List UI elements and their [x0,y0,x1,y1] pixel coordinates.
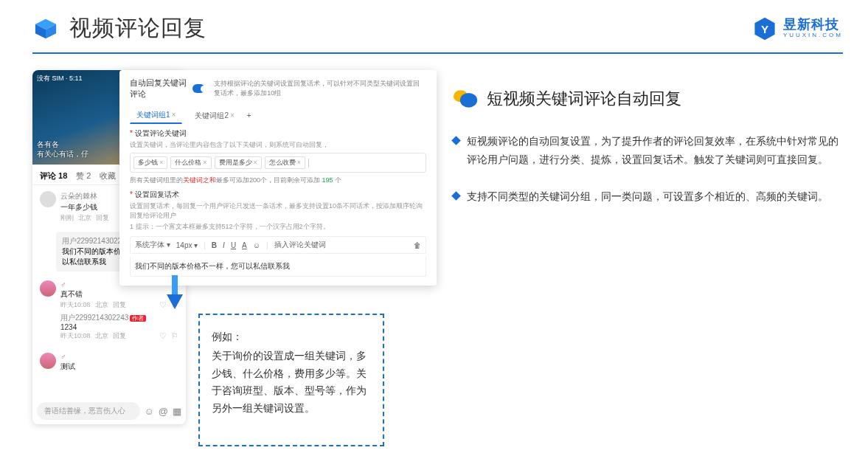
insert-keyword-button[interactable]: 插入评论关键词 [274,240,326,250]
reply-loc: 北京 [95,331,108,341]
keyword-tag-row[interactable]: 多少钱× 什么价格× 费用是多少× 怎么收费× [130,153,426,173]
video-caption-1: 各有各 [37,139,88,149]
bullet-icon [451,191,461,201]
emoji-icon[interactable]: ☺ [253,241,260,249]
bullet-text-2: 支持不同类型的关键词分组，同一类问题，可设置多个相近的、高频的关键词。 [467,187,828,206]
page-title: 视频评论回复 [69,13,206,44]
comment-input[interactable]: 善语结善缘，恶言伤人心 [37,402,140,420]
keyword-tag[interactable]: 多少钱× [133,156,167,169]
bullet-text-1: 短视频评论的自动回复设置，为了提升作者的评论回复效率，在系统中针对常见的评论用户… [467,132,843,168]
reply-reply-link[interactable]: 回复 [113,331,126,341]
image-icon[interactable]: ▦ [173,406,181,417]
font-family-select[interactable]: 系统字体 ▾ [135,240,170,250]
brand-name-cn: 昱新科技 [783,18,843,32]
cube-icon [32,18,59,40]
svg-point-8 [460,93,477,108]
example-title: 例如： [212,328,371,346]
reply-section-label: 设置回复话术 [130,190,426,200]
reply-username: 用户2299214302243 [60,314,128,322]
section-title: 短视频关键词评论自动回复 [487,88,681,110]
avatar [40,191,56,207]
arrow-down-icon [164,275,186,312]
comment-text: 真不错 [60,289,178,300]
author-badge: 作者 [130,315,146,322]
brand-block: Y 昱新科技 YUUXIN.COM [752,16,843,41]
font-size-select[interactable]: 14px ▾ [176,241,198,249]
phone-status: 没有 SIM · 5:11 [37,74,83,83]
svg-marker-6 [167,294,183,309]
comment-reply-link[interactable]: 回复 [96,213,109,223]
chat-bubble-icon [453,88,478,110]
config-panel: 自动回复关键词评论 支持根据评论的关键词设置回复话术，可以针对不同类型关键词设置… [119,70,437,286]
close-icon[interactable]: × [172,111,176,119]
comment-time: 刚刚 [60,213,74,223]
add-group-button[interactable]: + [247,111,251,120]
reply-text: 1234 [60,323,178,331]
keyword-section-label: 设置评论关键词 [130,128,426,139]
example-body: 关于询价的设置成一组关键词，多少钱、什么价格，费用多少等。关于咨询班型、版本、型… [212,348,371,418]
keyword-tag[interactable]: 怎么收费× [265,156,305,169]
keyword-tag[interactable]: 什么价格× [170,156,211,169]
panel-head-desc: 支持根据评论的关键词设置回复话术，可以针对不同类型关键词设置回复话术，最多添加1… [214,79,426,98]
dislike-icon[interactable]: ⚐ [171,331,178,341]
reply-time: 昨天10:08 [60,331,91,341]
comment-loc: 北京 [95,300,108,310]
comment-loc: 北京 [78,213,91,223]
reply-section-sub: 设置回复话术，每回复一个用户评论只发送一条话术，最多支持设置10条不同话术，按添… [130,201,426,221]
at-icon[interactable]: @ [159,406,168,417]
keyword-section-sub: 设置关键词，当评论里内容包含了以下关键词，则系统可自动回复， [130,140,426,150]
delete-icon[interactable]: 🗑 [414,241,421,249]
keyword-hint: 所有关键词组里的关键词之和最多可添加200个，目前剩余可添加 195 个 [130,176,426,185]
bold-icon[interactable]: B [212,241,217,249]
comment-text: 测试 [60,362,178,372]
italic-icon[interactable]: I [223,241,225,249]
avatar [40,353,56,369]
close-icon[interactable]: × [230,111,235,120]
video-caption-2: 有关心有话，仔 [37,149,88,159]
svg-rect-5 [172,275,178,296]
comment-row: ♂ 测试 [32,347,186,379]
tab-favs[interactable]: 收藏 [100,170,116,182]
keyword-tag[interactable]: 费用是多少× [215,156,262,169]
underline-icon[interactable]: U [231,241,236,249]
editor-toolbar: 系统字体 ▾ 14px ▾ | B I U A ☺ | 插入评论关键词 🗑 [130,236,426,254]
reply-tip: 1 提示：一个富文本框最多支持512个字符，一个汉字占用2个字符。 [130,222,426,232]
bullet-icon [451,136,461,145]
comment-reply-link[interactable]: 回复 [113,300,126,310]
avatar [40,280,56,297]
color-icon[interactable]: A [242,241,247,249]
tab-likes[interactable]: 赞 2 [76,170,91,182]
keyword-group-tab-1[interactable]: 关键词组1× [130,107,182,124]
brand-name-en: YUUXIN.COM [783,32,843,39]
heart-icon[interactable]: ♡ [159,331,167,341]
keyword-group-tab-2[interactable]: 关键词组2× [188,108,240,124]
tab-comments[interactable]: 评论 18 [40,170,67,182]
panel-head-label: 自动回复关键词评论 [130,77,187,100]
editor-content[interactable]: 我们不同的版本价格不一样，您可以私信联系我 [130,257,426,277]
svg-text:Y: Y [761,22,768,35]
emoji-icon[interactable]: ☺ [145,406,154,417]
example-callout: 例如： 关于询价的设置成一组关键词，多少钱、什么价格，费用多少等。关于咨询班型、… [198,314,384,446]
brand-logo-icon: Y [752,16,777,41]
comment-time: 昨天10:08 [60,300,91,310]
auto-reply-toggle[interactable] [192,84,205,93]
